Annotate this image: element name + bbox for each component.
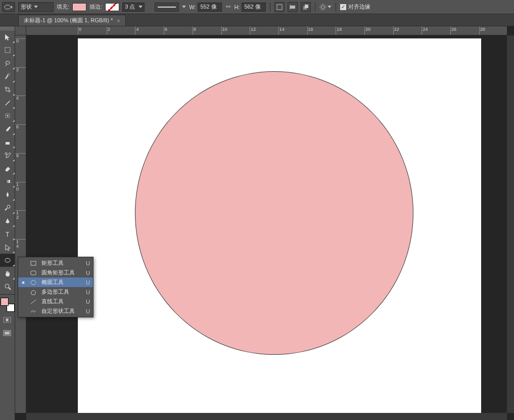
marquee-tool[interactable] xyxy=(0,43,15,57)
width-input[interactable] xyxy=(198,3,222,12)
height-input[interactable] xyxy=(242,3,266,12)
stroke-style-dropdown[interactable] xyxy=(155,3,179,12)
eraser-tool[interactable] xyxy=(0,162,15,175)
checkbox-icon: ✓ xyxy=(340,4,346,10)
ruler-tick-label: 0 xyxy=(79,27,81,32)
healing-brush-tool[interactable] xyxy=(0,109,15,122)
canvas-area: 024681012141618202224262830 02468101214 … xyxy=(15,26,514,420)
ruler-tick-label: 28 xyxy=(480,27,485,32)
ruler-tick-label: 2 xyxy=(108,27,110,32)
ruler-tick-label: 2 xyxy=(16,68,21,72)
caret-icon xyxy=(138,6,143,8)
lasso-tool[interactable] xyxy=(0,57,15,70)
clone-stamp-tool[interactable] xyxy=(0,135,15,149)
ruler-tick-label: 4 xyxy=(136,27,138,32)
close-icon[interactable]: × xyxy=(117,18,120,24)
color-swatches[interactable] xyxy=(1,298,15,312)
link-wh-icon[interactable]: ⚯ xyxy=(224,4,232,10)
fill-label: 填充: xyxy=(57,3,69,11)
ruler-tick-label: 10 xyxy=(222,27,227,32)
roundrect-icon xyxy=(29,269,37,276)
flyout-item-rect[interactable]: 矩形工具U xyxy=(18,258,93,268)
svg-rect-2 xyxy=(290,6,295,9)
history-brush-tool[interactable] xyxy=(0,149,15,162)
flyout-item-roundrect[interactable]: 圆角矩形工具U xyxy=(18,268,93,277)
document-tab[interactable]: 未标题-1 @ 100% (椭圆 1, RGB/8) * × xyxy=(18,15,126,26)
custom-icon xyxy=(29,308,37,315)
path-operations-button[interactable] xyxy=(274,2,285,12)
separator xyxy=(270,3,270,12)
w-label: W: xyxy=(189,4,196,10)
path-select-tool[interactable] xyxy=(0,241,15,254)
ruler-tick-label: 22 xyxy=(394,27,399,32)
crop-tool[interactable] xyxy=(0,83,15,96)
document-title: 未标题-1 @ 100% (椭圆 1, RGB/8) * xyxy=(24,17,113,24)
document-canvas[interactable] xyxy=(78,38,481,413)
type-tool[interactable]: T xyxy=(0,227,15,241)
svg-line-14 xyxy=(320,9,321,10)
move-tool[interactable] xyxy=(0,30,15,43)
options-bar: 形状 填充: 描边: W: ⚯ H: ✓ 对齐边缘 xyxy=(0,0,514,14)
ruler-tick-label: 16 xyxy=(308,27,313,32)
zoom-tool[interactable] xyxy=(0,280,15,293)
svg-rect-5 xyxy=(305,5,308,8)
svg-point-0 xyxy=(5,5,11,9)
flyout-label: 椭圆工具 xyxy=(41,278,82,286)
gradient-tool[interactable] xyxy=(0,175,15,188)
svg-point-20 xyxy=(7,205,10,208)
flyout-item-ellipse[interactable]: ■椭圆工具U xyxy=(18,277,93,287)
line-icon xyxy=(29,298,37,305)
vertical-scrollbar[interactable] xyxy=(507,35,514,413)
caret-icon xyxy=(182,6,186,8)
pen-tool[interactable] xyxy=(0,214,15,227)
horizontal-ruler[interactable]: 024681012141618202224262830 xyxy=(26,26,507,35)
toolbox: T xyxy=(0,26,15,420)
path-alignment-button[interactable] xyxy=(288,2,298,12)
svg-line-21 xyxy=(5,208,7,210)
path-arrangement-button[interactable] xyxy=(301,2,311,12)
screen-mode-button[interactable] xyxy=(0,328,14,338)
flyout-shortcut: U xyxy=(86,299,90,305)
horizontal-scrollbar[interactable] xyxy=(26,413,507,420)
stroke-weight-field[interactable] xyxy=(122,3,152,12)
foreground-swatch[interactable] xyxy=(1,298,9,306)
shape-mode-label: 形状 xyxy=(21,3,32,11)
flyout-label: 矩形工具 xyxy=(41,259,82,267)
stroke-swatch[interactable] xyxy=(105,3,119,11)
svg-rect-31 xyxy=(31,271,36,275)
fill-swatch[interactable] xyxy=(72,3,86,11)
shape-tool[interactable] xyxy=(0,254,15,267)
blur-tool[interactable] xyxy=(0,188,15,201)
ruler-tick-label: 14 xyxy=(16,240,21,249)
ruler-origin[interactable] xyxy=(15,26,26,35)
svg-point-6 xyxy=(321,6,324,9)
quick-mask-button[interactable] xyxy=(0,315,14,325)
svg-line-13 xyxy=(324,5,325,6)
flyout-item-polygon[interactable]: 多边形工具U xyxy=(18,287,93,297)
flyout-item-line[interactable]: 直线工具U xyxy=(18,297,93,306)
eyedropper-tool[interactable] xyxy=(0,96,15,109)
stroke-label: 描边: xyxy=(89,3,102,11)
ruler-tick-label: 24 xyxy=(423,27,428,32)
dodge-tool[interactable] xyxy=(0,201,15,214)
flyout-shortcut: U xyxy=(86,270,90,276)
toolbox-grip[interactable] xyxy=(0,26,15,30)
brush-tool[interactable] xyxy=(0,122,15,135)
svg-line-34 xyxy=(31,300,36,304)
ellipse-shape[interactable] xyxy=(135,71,413,355)
align-edges-checkbox[interactable]: ✓ 对齐边缘 xyxy=(340,3,370,11)
flyout-label: 多边形工具 xyxy=(41,288,82,296)
shape-mode-dropdown[interactable]: 形状 xyxy=(18,2,54,12)
stroke-line-preview xyxy=(158,7,176,8)
canvas-viewport[interactable] xyxy=(26,35,507,413)
ruler-tick-label: 6 xyxy=(16,125,21,129)
flyout-item-custom[interactable]: 自定形状工具U xyxy=(18,306,93,316)
shape-tool-flyout: 矩形工具U圆角矩形工具U■椭圆工具U多边形工具U直线工具U自定形状工具U xyxy=(18,257,94,317)
hand-tool[interactable] xyxy=(0,267,15,280)
ruler-tick-label: 14 xyxy=(279,27,285,32)
tool-options-gear[interactable] xyxy=(319,4,332,11)
tool-preset-button[interactable] xyxy=(2,2,15,12)
vertical-ruler[interactable]: 02468101214 xyxy=(15,35,26,413)
quick-select-tool[interactable] xyxy=(0,70,15,83)
polygon-icon xyxy=(29,289,37,296)
